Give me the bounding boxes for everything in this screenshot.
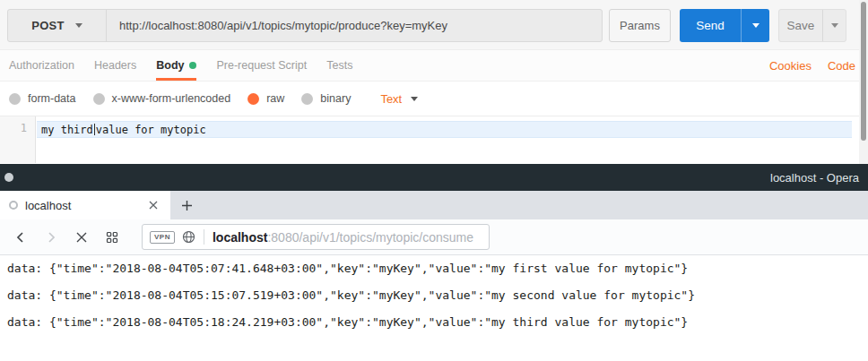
favicon-loading-icon (9, 201, 18, 210)
save-button-group: Save (778, 9, 846, 42)
address-divider (204, 229, 204, 245)
tab-authorization[interactable]: Authorization (9, 50, 74, 81)
params-button[interactable]: Params (609, 9, 671, 42)
opera-navbar: VPN localhost :8080/api/v1/topics/mytopi… (0, 219, 868, 255)
tab-pre-request-script[interactable]: Pre-request Script (216, 50, 307, 81)
save-button[interactable]: Save (779, 10, 823, 41)
sse-data-line: data: {"time":"2018-08-04T05:07:41.648+0… (7, 255, 868, 282)
opera-window: localhost - Opera localhost (0, 164, 868, 361)
tab-headers[interactable]: Headers (94, 50, 136, 81)
chevron-left-icon (14, 231, 27, 244)
editor-gutter: 1 (0, 116, 36, 163)
vpn-badge[interactable]: VPN (150, 231, 175, 244)
raw-body-editor[interactable]: 1 my third value for mytopic (0, 116, 868, 163)
speed-dial-button[interactable] (103, 228, 121, 246)
request-links: Cookies Code (769, 50, 855, 81)
close-tab-icon[interactable] (145, 197, 161, 213)
address-path: :8080/api/v1/topics/mytopic/consume (267, 230, 473, 245)
mode-raw[interactable]: raw (247, 92, 284, 105)
code-link[interactable]: Code (828, 59, 855, 73)
request-url-input[interactable]: http://localhost:8080/api/v1/topics/myto… (107, 10, 602, 41)
radio-selected-icon (247, 93, 259, 105)
body-mode-selector: form-data x-www-form-urlencoded raw bina… (0, 82, 868, 116)
method-url-group: POST http://localhost:8080/api/v1/topics… (7, 9, 603, 42)
browser-tab-localhost[interactable]: localhost (0, 191, 170, 219)
postman-window: POST http://localhost:8080/api/v1/topics… (0, 0, 868, 164)
send-button-group: Send (680, 9, 769, 42)
chevron-down-icon (752, 23, 760, 28)
globe-icon[interactable] (182, 230, 195, 244)
save-options-button[interactable] (823, 10, 846, 41)
back-button[interactable] (12, 228, 30, 246)
tab-body[interactable]: Body (156, 50, 196, 81)
x-icon (75, 231, 88, 244)
plus-icon (181, 200, 193, 211)
method-dropdown[interactable]: POST (8, 10, 107, 41)
chevron-right-icon (45, 231, 57, 244)
radio-icon (9, 93, 21, 105)
window-title: localhost - Opera (770, 164, 859, 191)
send-button[interactable]: Send (680, 9, 742, 42)
tab-title: localhost (25, 199, 145, 212)
chevron-down-icon (411, 97, 418, 101)
opera-tabbar: localhost (0, 191, 868, 219)
screen: POST http://localhost:8080/api/v1/topics… (0, 0, 868, 361)
raw-type-dropdown[interactable]: Text (380, 92, 418, 106)
titlebar-dot-icon (4, 173, 13, 182)
mode-form-data[interactable]: form-data (9, 92, 76, 105)
forward-button[interactable] (42, 228, 60, 246)
sse-data-line: data: {"time":"2018-08-04T05:15:07.519+0… (7, 282, 868, 309)
address-bar[interactable]: VPN localhost :8080/api/v1/topics/mytopi… (142, 224, 490, 250)
line-number: 1 (0, 116, 35, 134)
scrollbar-track (859, 0, 868, 164)
stop-button[interactable] (73, 228, 91, 246)
cookies-link[interactable]: Cookies (769, 59, 812, 73)
chevron-down-icon (831, 23, 838, 28)
text-cursor (94, 124, 95, 135)
new-tab-button[interactable] (170, 191, 203, 219)
sse-data-line: data: {"time":"2018-08-04T05:18:24.219+0… (7, 309, 868, 336)
method-label: POST (31, 19, 65, 32)
address-host: localhost (213, 230, 267, 245)
sse-response-content: data: {"time":"2018-08-04T05:07:41.648+0… (0, 255, 868, 361)
grid-icon (106, 231, 118, 244)
mode-x-www-form-urlencoded[interactable]: x-www-form-urlencoded (93, 92, 231, 105)
body-content-dot-icon (189, 62, 196, 69)
radio-icon (93, 93, 105, 105)
scrollbar-thumb[interactable] (861, 2, 866, 141)
radio-icon (301, 93, 313, 105)
chevron-down-icon (75, 23, 82, 28)
editor-active-line[interactable]: my third value for mytopic (37, 121, 852, 138)
postman-request-bar: POST http://localhost:8080/api/v1/topics… (0, 0, 868, 50)
tab-tests[interactable]: Tests (326, 50, 352, 81)
request-tabs: Authorization Headers Body Pre-request S… (0, 50, 868, 82)
opera-titlebar: localhost - Opera (0, 164, 868, 191)
send-options-button[interactable] (742, 9, 769, 42)
mode-binary[interactable]: binary (301, 92, 351, 105)
